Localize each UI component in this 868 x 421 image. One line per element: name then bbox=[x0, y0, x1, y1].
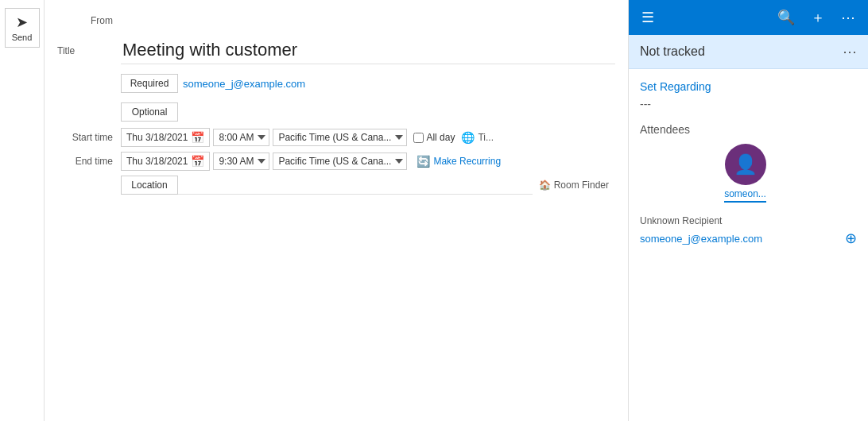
send-icon: ➤ bbox=[16, 14, 28, 31]
send-button[interactable]: ➤ Send bbox=[5, 8, 40, 48]
not-tracked-text: Not tracked bbox=[640, 44, 705, 59]
end-time-select[interactable]: 9:30 AM bbox=[213, 153, 269, 170]
end-time-label: End time bbox=[57, 156, 121, 167]
attendee-name[interactable]: someon... bbox=[724, 188, 766, 203]
optional-row: Optional bbox=[57, 99, 615, 125]
title-row: Title bbox=[57, 37, 615, 64]
end-time-row: End time Thu 3/18/2021 📅 9:30 AM Pacific… bbox=[57, 152, 615, 171]
search-icon[interactable]: 🔍 bbox=[774, 6, 798, 29]
toolbar-left: ☰ bbox=[638, 6, 657, 29]
start-date-input[interactable]: Thu 3/18/2021 📅 bbox=[121, 128, 210, 147]
set-regarding-label[interactable]: Set Regarding bbox=[640, 80, 857, 93]
recurring-icon: 🔄 bbox=[417, 155, 430, 168]
title-spacer: Title bbox=[57, 44, 121, 56]
recurring-label: Make Recurring bbox=[433, 156, 501, 167]
teams-icon: 🌐 bbox=[461, 131, 475, 144]
start-time-label: Start time bbox=[57, 132, 121, 143]
not-tracked-more-button[interactable]: ⋯ bbox=[843, 43, 857, 60]
add-recipient-button[interactable]: ⊕ bbox=[845, 230, 857, 247]
start-tz-select[interactable]: Pacific Time (US & Cana... bbox=[273, 129, 407, 146]
right-toolbar: ☰ 🔍 ＋ ⋯ bbox=[629, 0, 868, 35]
attendees-label: Attendees bbox=[640, 123, 857, 136]
all-day-label: All day bbox=[426, 132, 455, 143]
regarding-dashes: --- bbox=[640, 98, 857, 110]
required-row: Required bbox=[57, 71, 615, 96]
start-time-select[interactable]: 8:00 AM bbox=[213, 129, 269, 146]
room-finder-button[interactable]: 🏠 Room Finder bbox=[533, 178, 615, 192]
room-finder-icon: 🏠 bbox=[539, 180, 551, 191]
start-calendar-icon[interactable]: 📅 bbox=[191, 131, 204, 144]
avatar: 👤 bbox=[725, 144, 766, 185]
not-tracked-bar: Not tracked ⋯ bbox=[629, 35, 868, 69]
title-label: Title bbox=[57, 45, 83, 56]
avatar-icon: 👤 bbox=[734, 153, 758, 176]
location-button[interactable]: Location bbox=[121, 176, 178, 195]
send-panel: ➤ Send bbox=[0, 0, 45, 421]
location-input[interactable] bbox=[178, 176, 533, 195]
send-label: Send bbox=[12, 33, 33, 42]
title-input[interactable] bbox=[121, 37, 615, 64]
end-date-text: Thu 3/18/2021 bbox=[126, 156, 188, 167]
from-label: From bbox=[57, 15, 121, 26]
unknown-recipient-section: Unknown Recipient someone_j@example.com … bbox=[640, 215, 857, 247]
right-content: Set Regarding --- Attendees 👤 someon... … bbox=[629, 69, 868, 421]
location-row: Location 🏠 Room Finder bbox=[57, 176, 615, 195]
end-calendar-icon[interactable]: 📅 bbox=[191, 155, 204, 168]
recipient-email: someone_j@example.com bbox=[640, 233, 762, 245]
compose-area: From Title Required Optional Start time … bbox=[45, 0, 628, 421]
optional-input[interactable] bbox=[181, 103, 615, 122]
all-day-wrap: All day bbox=[413, 132, 455, 143]
optional-button[interactable]: Optional bbox=[121, 102, 178, 122]
make-recurring-button[interactable]: 🔄 Make Recurring bbox=[413, 153, 504, 169]
all-day-checkbox[interactable] bbox=[413, 133, 424, 143]
end-date-input[interactable]: Thu 3/18/2021 📅 bbox=[121, 152, 210, 171]
unknown-recipient-label: Unknown Recipient bbox=[640, 215, 857, 226]
add-icon-toolbar[interactable]: ＋ bbox=[808, 5, 828, 30]
teams-label: Ti... bbox=[478, 132, 494, 143]
required-input[interactable] bbox=[181, 75, 615, 93]
hamburger-icon[interactable]: ☰ bbox=[638, 6, 657, 29]
attendee-item: 👤 someon... bbox=[640, 144, 851, 203]
end-tz-select[interactable]: Pacific Time (US & Cana... bbox=[273, 153, 407, 170]
right-panel: ☰ 🔍 ＋ ⋯ Not tracked ⋯ Set Regarding --- … bbox=[628, 0, 868, 421]
more-options-icon[interactable]: ⋯ bbox=[838, 6, 858, 29]
start-date-text: Thu 3/18/2021 bbox=[126, 132, 188, 143]
start-time-row: Start time Thu 3/18/2021 📅 8:00 AM Pacif… bbox=[57, 128, 615, 147]
required-button[interactable]: Required bbox=[121, 74, 178, 93]
from-row: From bbox=[57, 8, 615, 33]
recipient-email-row: someone_j@example.com ⊕ bbox=[640, 230, 857, 247]
room-finder-label: Room Finder bbox=[554, 180, 609, 191]
